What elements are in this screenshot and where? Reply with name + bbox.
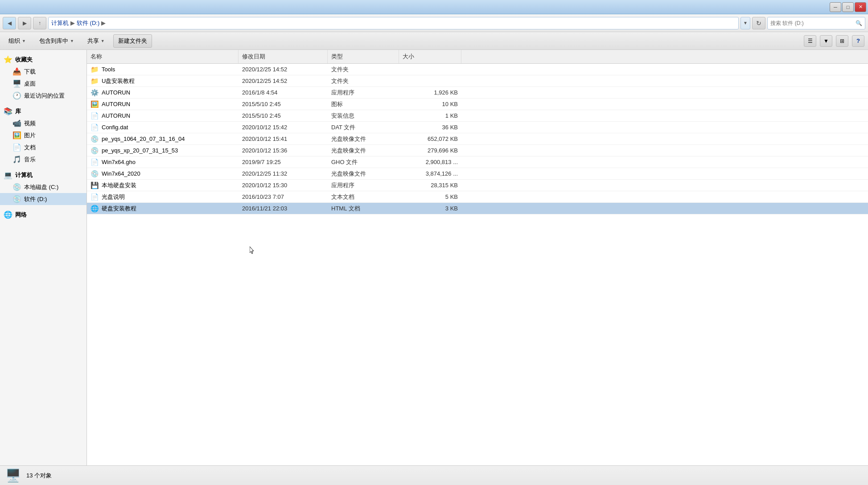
file-date: 2019/9/7 19:25 [239,159,328,165]
view-icon-button[interactable]: ⊞ [836,35,848,47]
back-button[interactable]: ◀ [3,17,16,29]
new-folder-button[interactable]: 新建文件夹 [113,34,152,48]
view-type-button[interactable]: ▼ [820,35,832,47]
file-date: 2016/1/8 4:54 [239,89,328,96]
documents-label: 文档 [24,144,36,152]
music-label: 音乐 [24,156,36,164]
file-name: AUTORUN [102,89,130,96]
breadcrumb-drive[interactable]: 软件 (D:) [77,19,99,27]
column-header-modified[interactable]: 修改日期 [239,50,328,63]
address-dropdown[interactable]: ▼ [740,17,750,29]
sidebar-item-drive-d[interactable]: 💿 软件 (D:) [0,193,86,205]
sidebar-item-pictures[interactable]: 🖼️ 图片 [0,129,86,141]
include-button[interactable]: 包含到库中 ▼ [34,34,79,48]
library-label: 库 [15,107,21,115]
network-header[interactable]: 🌐 网络 [0,209,86,221]
share-arrow: ▼ [101,39,105,43]
computer-header[interactable]: 💻 计算机 [0,169,86,181]
file-icon: 📄 [91,158,99,166]
library-section: 📚 库 📹 视频 🖼️ 图片 📄 文档 🎵 音乐 [0,105,86,165]
organize-arrow: ▼ [22,39,26,43]
library-header[interactable]: 📚 库 [0,105,86,117]
table-row[interactable]: 📁 U盘安装教程 2020/12/25 14:52 文件夹 [87,75,868,87]
breadcrumb[interactable]: 计算机 ▶ 软件 (D:) ▶ [48,17,739,29]
file-icon: 💿 [91,170,99,178]
file-type: GHO 文件 [328,158,399,166]
table-row[interactable]: 🖼️ AUTORUN 2015/5/10 2:45 图标 10 KB [87,99,868,110]
help-button[interactable]: ? [852,35,864,47]
file-name: pe_yqs_1064_20_07_31_16_04 [102,136,185,142]
table-row[interactable]: 💿 pe_yqs_1064_20_07_31_16_04 2020/10/12 … [87,133,868,145]
file-icon: ⚙️ [91,89,99,97]
recent-label: 最近访问的位置 [24,92,65,100]
share-button[interactable]: 共享 ▼ [82,34,110,48]
table-row[interactable]: 📁 Tools 2020/12/25 14:52 文件夹 [87,64,868,75]
library-icon: 📚 [4,107,12,115]
documents-icon: 📄 [12,143,21,152]
sidebar-item-drive-c[interactable]: 💿 本地磁盘 (C:) [0,181,86,193]
close-button[interactable]: ✕ [855,2,866,12]
file-date: 2020/10/12 15:42 [239,124,328,131]
file-icon: 💿 [91,135,99,143]
file-size: 1 KB [399,112,461,119]
statusbar-text: 13 个对象 [26,472,52,480]
table-row[interactable]: 💿 Win7x64_2020 2020/12/25 11:32 光盘映像文件 3… [87,168,868,180]
column-header-name[interactable]: 名称 [87,50,239,63]
network-icon: 🌐 [4,210,12,219]
include-arrow: ▼ [70,39,74,43]
table-row[interactable]: 📄 光盘说明 2016/10/23 7:07 文本文档 5 KB [87,191,868,203]
organize-button[interactable]: 组织 ▼ [4,34,31,48]
column-header-type[interactable]: 类型 [328,50,399,63]
sidebar-item-documents[interactable]: 📄 文档 [0,141,86,153]
file-date: 2020/12/25 11:32 [239,170,328,177]
table-row[interactable]: 📄 AUTORUN 2015/5/10 2:45 安装信息 1 KB [87,110,868,122]
pictures-icon: 🖼️ [12,131,21,140]
table-row[interactable]: 🌐 硬盘安装教程 2016/11/21 22:03 HTML 文档 3 KB [87,203,868,214]
file-type: 文本文档 [328,193,399,201]
sidebar-item-downloads[interactable]: 📥 下载 [0,66,86,78]
desktop-icon: 🖥️ [12,79,21,88]
table-row[interactable]: 💿 pe_yqs_xp_20_07_31_15_53 2020/10/12 15… [87,145,868,156]
sidebar-item-music[interactable]: 🎵 音乐 [0,153,86,165]
minimize-button[interactable]: ─ [830,2,841,12]
file-icon: 📄 [91,193,99,201]
maximize-button[interactable]: □ [842,2,854,12]
file-size: 28,315 KB [399,182,461,189]
search-input[interactable] [770,20,856,26]
file-type: 光盘映像文件 [328,147,399,155]
forward-button[interactable]: ▶ [18,17,31,29]
file-size: 36 KB [399,124,461,131]
file-icon: 💾 [91,181,99,189]
file-type: 应用程序 [328,89,399,97]
music-icon: 🎵 [12,155,21,164]
recent-icon: 🕐 [12,91,21,100]
addressbar: ◀ ▶ ↑ 计算机 ▶ 软件 (D:) ▶ ▼ ↻ 🔍 [0,14,868,32]
view-button[interactable]: ☰ [804,35,816,47]
file-type: 文件夹 [328,77,399,85]
search-bar[interactable]: 🔍 [767,17,865,29]
table-row[interactable]: 📄 Config.dat 2020/10/12 15:42 DAT 文件 36 … [87,122,868,133]
sidebar-item-recent[interactable]: 🕐 最近访问的位置 [0,90,86,102]
table-row[interactable]: ⚙️ AUTORUN 2016/1/8 4:54 应用程序 1,926 KB [87,87,868,99]
computer-label: 计算机 [15,171,33,179]
refresh-button[interactable]: ↻ [752,17,765,29]
file-name: Win7x64_2020 [102,170,140,177]
column-header-size[interactable]: 大小 [399,50,461,63]
file-type: 文件夹 [328,66,399,74]
table-row[interactable]: 💾 本地硬盘安装 2020/10/12 15:30 应用程序 28,315 KB [87,180,868,191]
file-name: U盘安装教程 [102,77,135,85]
table-row[interactable]: 📄 Win7x64.gho 2019/9/7 19:25 GHO 文件 2,90… [87,156,868,168]
up-button[interactable]: ↑ [33,17,46,29]
favorites-icon: ⭐ [4,55,12,64]
file-date: 2016/10/23 7:07 [239,193,328,200]
favorites-header[interactable]: ⭐ 收藏夹 [0,53,86,66]
file-size: 3,874,126 ... [399,170,461,177]
file-size: 279,696 KB [399,147,461,154]
file-size: 652,072 KB [399,136,461,142]
file-size: 3 KB [399,205,461,212]
titlebar-buttons: ─ □ ✕ [830,2,866,12]
sidebar-item-desktop[interactable]: 🖥️ 桌面 [0,78,86,90]
breadcrumb-computer[interactable]: 计算机 [51,19,69,27]
sidebar-item-videos[interactable]: 📹 视频 [0,117,86,129]
file-rows-container: 📁 Tools 2020/12/25 14:52 文件夹 📁 U盘安装教程 20… [87,64,868,214]
